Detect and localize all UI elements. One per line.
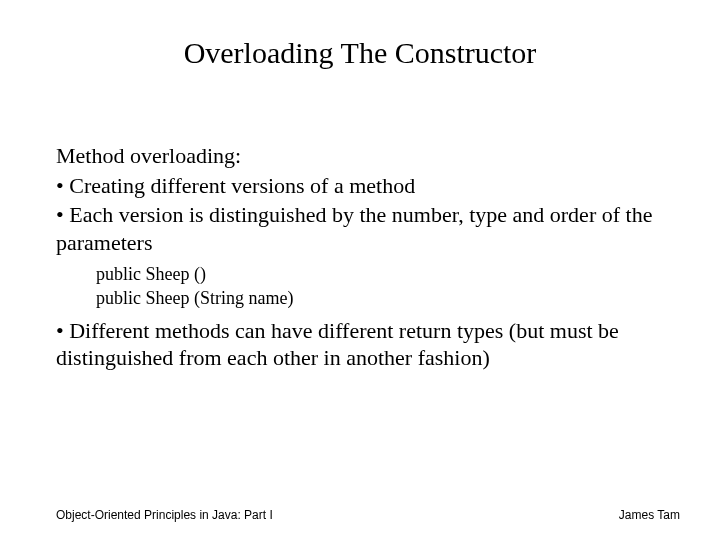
code-line-1: public Sheep () bbox=[96, 262, 680, 286]
bullet-1: • Creating different versions of a metho… bbox=[56, 172, 680, 200]
slide-title: Overloading The Constructor bbox=[0, 36, 720, 70]
code-block: public Sheep () public Sheep (String nam… bbox=[96, 262, 680, 311]
slide: Overloading The Constructor Method overl… bbox=[0, 0, 720, 540]
slide-footer: Object-Oriented Principles in Java: Part… bbox=[56, 508, 680, 522]
code-line-2: public Sheep (String name) bbox=[96, 286, 680, 310]
footer-right: James Tam bbox=[619, 508, 680, 522]
slide-body: Method overloading: • Creating different… bbox=[56, 142, 680, 374]
body-intro: Method overloading: bbox=[56, 142, 680, 170]
bullet-3: • Different methods can have different r… bbox=[56, 317, 680, 372]
bullet-2: • Each version is distinguished by the n… bbox=[56, 201, 680, 256]
footer-left: Object-Oriented Principles in Java: Part… bbox=[56, 508, 273, 522]
